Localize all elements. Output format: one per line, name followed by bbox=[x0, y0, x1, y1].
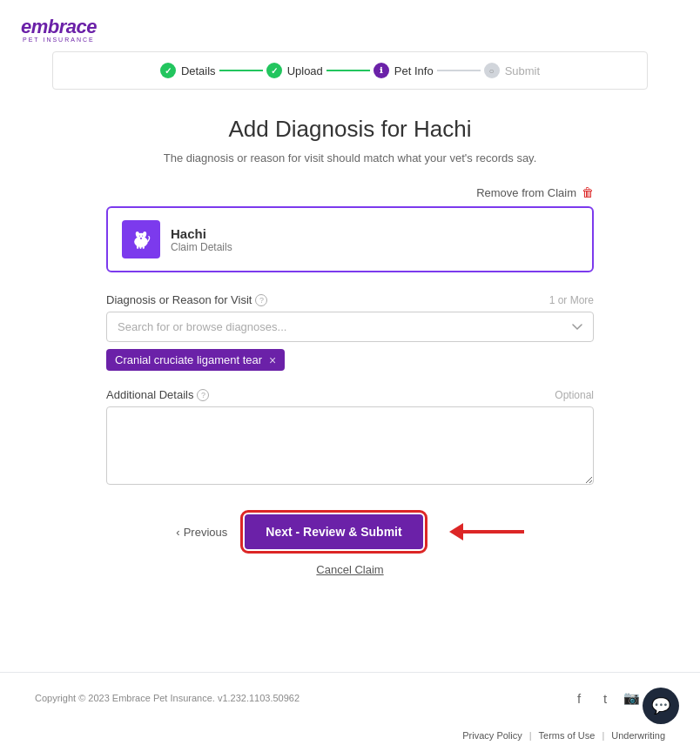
pet-card-name: Hachi bbox=[171, 226, 232, 241]
privacy-policy-link[interactable]: Privacy Policy bbox=[462, 730, 522, 741]
step-label-petinfo: Pet Info bbox=[394, 64, 434, 77]
progress-step-petinfo: ℹ Pet Info bbox=[374, 63, 434, 78]
dog-icon bbox=[129, 227, 153, 252]
step-icon-submit: ○ bbox=[484, 63, 500, 78]
main-content: Add Diagnosis for Hachi The diagnosis or… bbox=[89, 90, 611, 602]
previous-link[interactable]: ‹ Previous bbox=[176, 526, 227, 539]
diagnosis-label-row: Diagnosis or Reason for Visit ? 1 or Mor… bbox=[106, 293, 594, 306]
details-label: Additional Details ? bbox=[106, 388, 209, 401]
svg-rect-5 bbox=[139, 245, 141, 249]
step-label-submit: Submit bbox=[505, 64, 540, 77]
logo: embrace PET INSURANCE bbox=[21, 16, 679, 43]
additional-details-textarea[interactable] bbox=[106, 406, 594, 485]
details-help-icon[interactable]: ? bbox=[197, 389, 209, 401]
svg-rect-6 bbox=[143, 245, 145, 249]
instagram-icon[interactable]: 📷 bbox=[623, 690, 639, 706]
cancel-claim-link[interactable]: Cancel Claim bbox=[106, 563, 594, 576]
footer: Copyright © 2023 Embrace Pet Insurance. … bbox=[0, 672, 700, 723]
footer-links: Privacy Policy | Terms of Use | Underwri… bbox=[462, 730, 665, 741]
terms-of-use-link[interactable]: Terms of Use bbox=[539, 730, 596, 741]
additional-details-section: Additional Details ? Optional bbox=[106, 388, 594, 488]
page-title: Add Diagnosis for Hachi bbox=[106, 116, 594, 143]
diagnosis-tag: Cranial cruciate ligament tear × bbox=[106, 349, 285, 371]
pet-card-detail: Claim Details bbox=[171, 241, 232, 253]
logo-name: embrace bbox=[21, 16, 97, 37]
remove-claim-link[interactable]: Remove from Claim 🗑 bbox=[385, 185, 594, 199]
arrow-line bbox=[463, 530, 524, 534]
logo-tagline: PET INSURANCE bbox=[23, 37, 679, 43]
svg-point-9 bbox=[142, 236, 143, 237]
diagnosis-hint: 1 or More bbox=[549, 294, 594, 306]
pet-card: Hachi Claim Details bbox=[106, 206, 594, 272]
footer-copyright: Copyright © 2023 Embrace Pet Insurance. … bbox=[35, 693, 300, 703]
diagnosis-tags: Cranial cruciate ligament tear × bbox=[106, 349, 594, 371]
arrow-indicator bbox=[449, 523, 524, 540]
step-icon-details: ✓ bbox=[160, 63, 176, 78]
connector-2 bbox=[326, 70, 370, 71]
diagnosis-help-icon[interactable]: ? bbox=[255, 294, 267, 306]
step-icon-petinfo: ℹ bbox=[374, 63, 389, 78]
diagnosis-tag-label: Cranial cruciate ligament tear bbox=[115, 353, 262, 366]
optional-label: Optional bbox=[555, 389, 594, 401]
previous-label: Previous bbox=[184, 526, 228, 539]
step-icon-upload: ✓ bbox=[266, 63, 282, 78]
diagnosis-tag-remove[interactable]: × bbox=[269, 354, 276, 366]
progress-bar: ✓ Details ✓ Upload ℹ Pet Info ○ Submit bbox=[52, 51, 648, 90]
connector-3 bbox=[437, 70, 481, 71]
trash-icon: 🗑 bbox=[582, 185, 594, 199]
step-label-details: Details bbox=[181, 64, 216, 77]
twitter-icon[interactable]: t bbox=[597, 690, 613, 706]
svg-point-7 bbox=[140, 238, 142, 239]
progress-step-details: ✓ Details bbox=[160, 63, 216, 78]
chevron-left-icon: ‹ bbox=[176, 526, 179, 539]
chat-bubble[interactable]: 💬 bbox=[643, 688, 679, 724]
underwriting-link[interactable]: Underwriting bbox=[611, 730, 665, 741]
remove-claim-label: Remove from Claim bbox=[476, 186, 576, 199]
diagnosis-search-select[interactable]: Search for or browse diagnoses... bbox=[106, 312, 594, 342]
header: embrace PET INSURANCE bbox=[0, 0, 700, 51]
connector-1 bbox=[219, 70, 263, 71]
footer-links-row: Privacy Policy | Terms of Use | Underwri… bbox=[0, 723, 700, 745]
progress-step-submit: ○ Submit bbox=[484, 63, 540, 78]
svg-rect-4 bbox=[137, 245, 138, 249]
step-label-upload: Upload bbox=[287, 64, 323, 77]
details-label-row: Additional Details ? Optional bbox=[106, 388, 594, 401]
diagnosis-label: Diagnosis or Reason for Visit ? bbox=[106, 293, 267, 306]
next-button[interactable]: Next - Review & Submit bbox=[245, 514, 422, 549]
progress-step-upload: ✓ Upload bbox=[266, 63, 323, 78]
page-subtitle: The diagnosis or reason for visit should… bbox=[106, 151, 594, 164]
svg-point-8 bbox=[139, 236, 140, 237]
pet-avatar bbox=[122, 220, 160, 258]
diagnosis-section: Diagnosis or Reason for Visit ? 1 or Mor… bbox=[106, 293, 594, 371]
facebook-icon[interactable]: f bbox=[571, 690, 587, 706]
nav-buttons: ‹ Previous Next - Review & Submit bbox=[106, 514, 594, 549]
arrow-head-icon bbox=[449, 523, 463, 540]
chat-icon: 💬 bbox=[651, 696, 670, 715]
pet-info-card-text: Hachi Claim Details bbox=[171, 226, 232, 253]
